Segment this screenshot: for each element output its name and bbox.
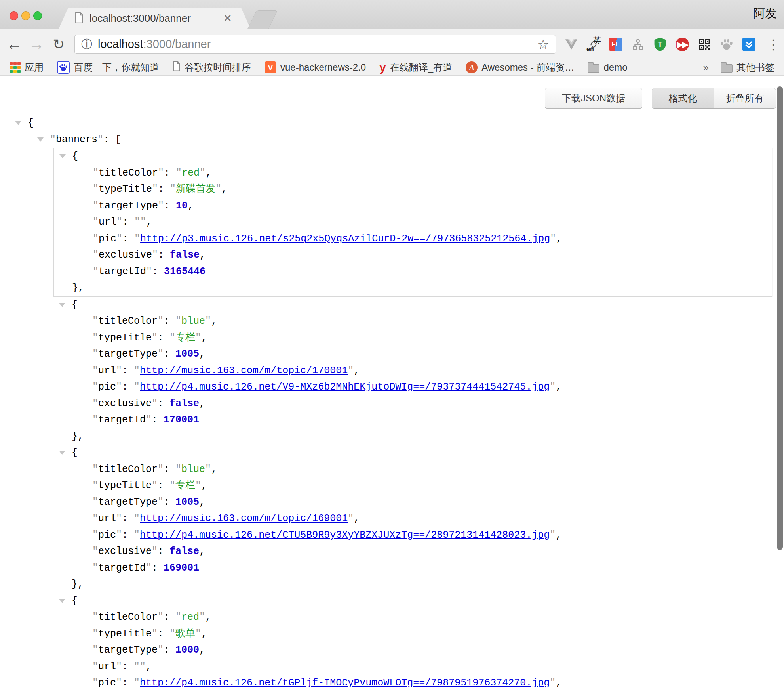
object-close-row: }, [53,576,772,593]
url-host: localhost [98,38,143,50]
tab-title: localhost:3000/banner [89,12,220,25]
browser-menu-icon[interactable]: ⋮ [767,36,778,52]
collapse-triangle-icon[interactable] [15,121,21,125]
json-field-row: "exclusive": false [53,691,772,695]
json-object: {"titleColor": "blue","typeTitle": "专栏",… [53,297,772,445]
json-field-row: "pic": "http://p4.music.126.net/CTU5B9R9… [53,527,772,544]
json-field-row: "typeTitle": "专栏", [53,477,772,494]
bookmark-other-folder[interactable]: 其他书签 [721,61,774,74]
vue-devtools-icon[interactable] [564,37,579,52]
json-tree: { "banners": [ {"titleColor": "red","typ… [0,77,784,695]
bookmark-baidu[interactable]: 百度一下，你就知道 [57,61,159,74]
sitemap-icon[interactable] [630,37,645,52]
object-open-row: { [53,445,772,461]
collapse-triangle-icon[interactable] [59,154,66,158]
collapse-triangle-icon[interactable] [37,137,44,142]
object-open-row: { [53,297,772,313]
object-open-row: { [54,148,772,165]
object-fields: "titleColor": "blue","typeTitle": "专栏","… [53,313,772,428]
json-link[interactable]: http://p3.music.126.net/s25q2x5QyqsAzilC… [140,233,550,244]
json-field-row: "pic": "http://p4.music.126.net/tGPljf-I… [53,675,772,691]
baidu-paw-icon [57,61,70,74]
json-field-row: "targetType": 1000, [53,642,772,659]
json-link[interactable]: http://p4.music.126.net/tGPljf-IMOCyPvum… [140,677,550,689]
bookmark-youdao[interactable]: y 在线翻译_有道 [379,61,452,74]
banners-key-row: "banners": [ [0,132,784,148]
json-field-row: "titleColor": "red", [53,609,772,626]
json-link[interactable]: http://p4.music.126.net/V9-MXz6b2MNhEKju… [140,381,550,393]
bookmark-demo-folder[interactable]: demo [588,62,627,73]
translate-icon[interactable]: 英 en [586,37,601,52]
object-fields: "titleColor": "red","typeTitle": "歌单","t… [53,609,772,695]
forward-button[interactable]: → [28,34,45,54]
collapse-triangle-icon[interactable] [59,303,65,307]
page-content: 下载JSON数据 格式化 折叠所有 { "banners": [ {"title… [0,77,784,695]
json-field-row: "url": "http://music.163.com/m/topic/170… [53,363,772,379]
qr-code-icon[interactable] [697,37,712,52]
json-field-row: "titleColor": "blue", [53,461,772,478]
json-field-row: "targetType": 1005, [53,346,772,363]
bookmark-star-icon[interactable]: ☆ [537,36,549,52]
close-window-button[interactable] [10,11,18,20]
bookmarks-overflow-icon[interactable]: » [703,61,709,74]
object-fields: "titleColor": "blue","typeTitle": "专栏","… [53,461,772,577]
folder-icon [721,64,733,73]
browser-window: localhost:3000/banner ✕ 阿发 ← → ↻ ⓘ local… [0,0,784,695]
object-fields: "titleColor": "red","typeTitle": "新碟首发",… [54,165,772,280]
paw-icon[interactable] [719,37,734,52]
collapse-triangle-icon[interactable] [59,599,65,603]
json-link[interactable]: http://music.163.com/m/topic/170001 [140,365,348,376]
back-button[interactable]: ← [6,34,23,54]
json-field-row: "typeTitle": "歌单", [53,626,772,642]
reload-button[interactable]: ↻ [50,34,67,54]
object-close-row: }, [54,280,772,296]
download-manager-icon[interactable] [741,37,756,52]
json-field-row: "targetType": 1005, [53,494,772,511]
fe-icon[interactable]: FE [608,37,623,52]
bookmark-google-sort[interactable]: 谷歌按时间排序 [173,61,251,74]
json-field-row: "typeTitle": "新碟首发", [54,181,772,198]
awesomes-icon: A [466,61,478,73]
json-field-row: "exclusive": false, [54,247,772,263]
tab-close-icon[interactable]: ✕ [223,12,232,25]
json-field-row: "typeTitle": "专栏", [53,330,772,346]
toolbar: ← → ↻ ⓘ localhost:3000/banner ☆ 英 en FE … [0,29,784,59]
address-bar[interactable]: ⓘ localhost:3000/banner ☆ [74,35,556,54]
shield-t-icon[interactable]: T [653,37,668,52]
youdao-icon: y [379,61,386,73]
collapse-triangle-icon[interactable] [59,451,65,455]
maximize-window-button[interactable] [33,11,42,20]
extension-icons: 英 en FE T ▶▶ [564,37,763,52]
json-field-row: "targetId": 3165446 [54,263,772,280]
minimize-window-button[interactable] [21,11,30,20]
json-field-row: "targetId": 170001 [53,412,772,428]
object-open-row: { [53,593,772,609]
bookmark-awesomes[interactable]: A Awesomes - 前端资… [466,61,574,74]
info-icon[interactable]: ⓘ [81,37,92,52]
url-text: localhost:3000/banner [98,38,211,51]
bookmark-vue-hackernews[interactable]: V vue-hackernews-2.0 [265,61,366,73]
fast-forward-icon[interactable]: ▶▶ [675,37,690,52]
json-link[interactable]: http://p4.music.126.net/CTU5B9R9y3XyYBZX… [140,529,550,541]
json-field-row: "exclusive": false, [53,395,772,412]
bookmark-apps[interactable]: 应用 [10,61,44,74]
tab-strip: localhost:3000/banner ✕ 阿发 [0,0,784,29]
json-field-row: "titleColor": "red", [54,165,772,181]
json-field-row: "pic": "http://p4.music.126.net/V9-MXz6b… [53,379,772,395]
new-tab-button[interactable] [247,10,278,29]
svg-text:T: T [658,40,662,48]
object-close-row: }, [53,428,772,445]
json-field-row: "pic": "http://p3.music.126.net/s25q2x5Q… [54,231,772,247]
scrollbar-thumb[interactable] [777,86,783,550]
json-field-row: "url": "", [54,214,772,231]
json-array-items: {"titleColor": "red","typeTitle": "新碟首发"… [0,148,784,695]
json-field-row: "targetId": 169001 [53,560,772,577]
page-icon [74,12,84,25]
json-field-row: "titleColor": "blue", [53,313,772,330]
json-link[interactable]: http://music.163.com/m/topic/169001 [140,513,348,524]
page-icon [173,61,181,74]
window-controls [10,11,42,20]
root-open-row: { [0,115,784,132]
browser-tab[interactable]: localhost:3000/banner ✕ [59,8,251,29]
profile-name[interactable]: 阿发 [753,6,777,22]
